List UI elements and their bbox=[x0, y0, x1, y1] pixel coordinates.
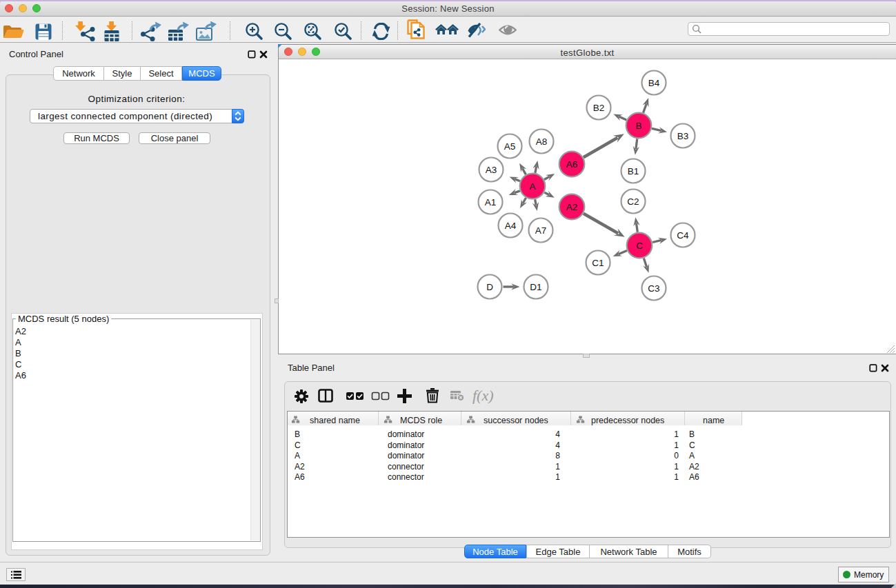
svg-text:A8: A8 bbox=[536, 136, 548, 147]
svg-text:C4: C4 bbox=[677, 230, 689, 241]
svg-text:A6: A6 bbox=[566, 159, 578, 170]
svg-text:C2: C2 bbox=[627, 196, 639, 207]
svg-text:A3: A3 bbox=[486, 165, 497, 175]
svg-text:D1: D1 bbox=[530, 282, 541, 292]
svg-text:C1: C1 bbox=[592, 258, 604, 268]
svg-text:A4: A4 bbox=[505, 221, 517, 231]
svg-text:B1: B1 bbox=[628, 166, 639, 176]
svg-text:A5: A5 bbox=[504, 141, 516, 152]
svg-text:C: C bbox=[636, 241, 643, 251]
svg-text:B: B bbox=[635, 121, 641, 131]
svg-text:B2: B2 bbox=[593, 103, 605, 113]
svg-text:C3: C3 bbox=[648, 283, 659, 294]
svg-text:B3: B3 bbox=[677, 131, 689, 141]
svg-text:A2: A2 bbox=[566, 202, 578, 212]
svg-text:A1: A1 bbox=[485, 197, 497, 207]
svg-text:B4: B4 bbox=[648, 78, 660, 88]
svg-text:A7: A7 bbox=[535, 225, 547, 236]
svg-text:D: D bbox=[486, 282, 493, 292]
svg-text:A: A bbox=[529, 181, 535, 192]
